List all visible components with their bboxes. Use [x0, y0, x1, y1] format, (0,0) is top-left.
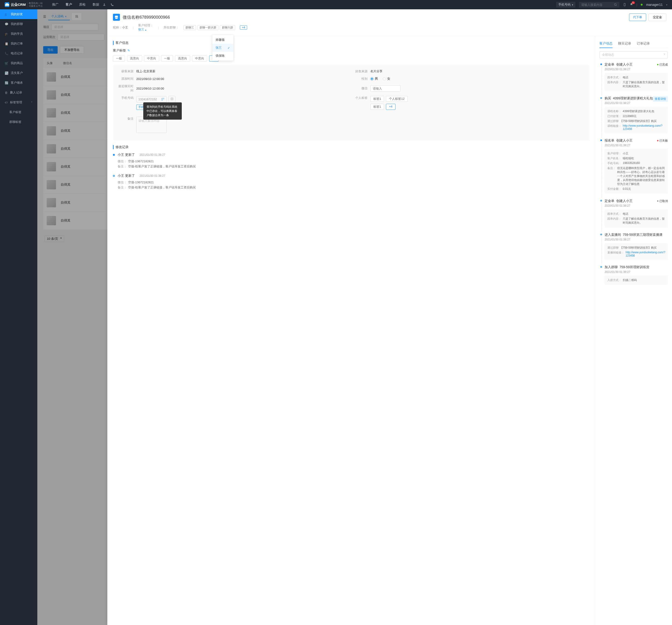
top-icons	[103, 3, 114, 6]
radio-male[interactable]: 男	[370, 77, 378, 81]
sidebar-item[interactable]: 👥我的好友	[0, 9, 37, 19]
right-pane: 客户动态聊天记录订单记录 全部动态∨ 定金单创建人小王已完成2020/01/30…	[595, 36, 672, 625]
username[interactable]: manager11	[646, 3, 663, 6]
sidebar-item[interactable]: 🛒我的商品	[0, 58, 37, 68]
manager-dropdown-menu: 师馨薇张三✓俱保咏	[212, 35, 233, 60]
sidebar-sub[interactable]: 群聊标签	[0, 117, 37, 127]
phone-tooltip: 查询到此手机号码在系统中已存在，可以将两条客户数据合并为一条	[143, 102, 182, 120]
groups-more[interactable]: +4	[240, 25, 247, 30]
drawer-title: 微信名称6789990000966	[123, 15, 170, 20]
sidebar-icon: 💬	[5, 22, 8, 26]
status-dot	[641, 4, 643, 6]
activity-filter[interactable]: 全部动态∨	[599, 51, 668, 58]
notif-count: 5	[632, 1, 635, 4]
logo: 云朵CRM 教育机构一站 式服务云平台	[5, 2, 43, 7]
sidebar-item[interactable]: 🔄客户继承	[0, 78, 37, 88]
svg-rect-4	[163, 98, 164, 99]
sidebar-icon: 🗑	[5, 91, 8, 95]
timeline-card: 加入群聊759-59班理财训练营2021/01/30 01:38:27入群方式：…	[599, 265, 668, 285]
deposit-button[interactable]: 交定金	[648, 14, 666, 21]
phone-icon[interactable]	[111, 3, 114, 6]
order-button[interactable]: 代下单	[629, 14, 646, 21]
sidebar-icon: 📋	[5, 42, 8, 46]
mobile-icon[interactable]	[623, 3, 626, 6]
sidebar-icon: 🎓	[5, 32, 8, 36]
sidebar-icon: 📞	[5, 52, 8, 55]
person-icon[interactable]	[103, 3, 106, 6]
personal-tag[interactable]: 标签1	[370, 104, 384, 110]
history-item: 小王 更新了2021/01/30 01:38:27微信：空值-136721828…	[113, 174, 590, 190]
svg-rect-5	[162, 100, 163, 101]
dropdown-item[interactable]: 师馨薇	[212, 36, 233, 44]
view-detail[interactable]: 查看详情	[653, 96, 668, 102]
customer-tag[interactable]: 中意向	[144, 55, 159, 61]
cloud-icon	[5, 2, 9, 7]
top-bar: 云朵CRM 教育机构一站 式服务云平台 推广客户质检数据 手机号码▾ 5 | m…	[0, 0, 672, 9]
phone-input[interactable]: 13241672152	[136, 96, 167, 102]
search-input[interactable]	[579, 2, 614, 8]
timeline-card: 定金单创建人小王已取消2020/01/30 01:38:27跟单方式：电话跟单内…	[599, 199, 668, 228]
sidebar-item[interactable]: 📉流失客户	[0, 68, 37, 78]
nav-客户[interactable]: 客户	[66, 3, 72, 7]
qr-icon[interactable]	[161, 98, 165, 101]
sidebar-sub[interactable]: 客户标签	[0, 107, 37, 117]
drawer: 微信名称6789990000966 代下单 交定金 昵称：小王 | 客户经理：张…	[107, 9, 672, 625]
personal-tag[interactable]: 个人标签12	[386, 96, 407, 102]
timeline-card: 进入直播间759-59班第三期理财直播课2021/01/30 01:38:27通…	[599, 233, 668, 260]
search-box[interactable]	[579, 2, 620, 8]
group-tag[interactable]: 群聊一群大群	[197, 25, 218, 30]
ptags-more[interactable]: +4	[386, 104, 395, 110]
sidebar-item[interactable]: 💬我的群聊	[0, 19, 37, 29]
bell-icon[interactable]: 5	[630, 3, 633, 7]
customer-tag[interactable]: 一般	[161, 55, 173, 61]
top-right: 手机号码▾ 5 | manager11 ▾	[556, 2, 667, 8]
history-item: 小王 更新了2021/01/30 01:38:27微信：空值-136721828…	[113, 153, 590, 169]
search-type[interactable]: 手机号码▾	[556, 2, 575, 8]
personal-tag[interactable]: 标签1	[370, 96, 384, 102]
customer-tag[interactable]: 中意向	[192, 55, 207, 61]
sidebar-item[interactable]: 🎓我的学员	[0, 29, 37, 39]
nav-推广[interactable]: 推广	[52, 3, 58, 7]
right-tab[interactable]: 客户动态	[599, 40, 613, 48]
sidebar-item[interactable]: 📞电话记录	[0, 49, 37, 58]
timeline-card: 报名单创建人小王已失败2021/01/30 01:38:27客户经理：小王客户姓…	[599, 139, 668, 194]
info-box: 获客来源线上-北京昱新 好友来源名片分享 添加时间2021/09/10 12:0…	[113, 65, 590, 141]
nav-质检[interactable]: 质检	[79, 3, 86, 7]
manager-dropdown[interactable]: 张三 ▴	[138, 27, 153, 32]
svg-point-1	[614, 3, 616, 5]
radio-female[interactable]: 女	[383, 77, 390, 81]
wechat-input[interactable]	[370, 85, 401, 92]
customer-tag[interactable]: 高意向	[175, 55, 190, 61]
search-icon[interactable]	[614, 3, 617, 6]
group-tag[interactable]: 群聊六群	[220, 25, 235, 30]
group-tag[interactable]: 群聊三	[184, 25, 196, 30]
sidebar-item[interactable]: 📋我的订单	[0, 39, 37, 49]
sidebar-icon: 📉	[5, 71, 8, 75]
top-nav: 推广客户质检数据	[52, 3, 99, 7]
dropdown-item[interactable]: 俱保咏	[212, 52, 233, 60]
svg-rect-2	[624, 3, 625, 6]
dropdown-item[interactable]: 张三✓	[212, 44, 233, 52]
store-icon	[113, 14, 120, 21]
check-icon: ✓	[227, 46, 230, 50]
right-tab[interactable]: 聊天记录	[618, 40, 631, 48]
right-tab[interactable]: 订单记录	[637, 40, 650, 48]
user-chevron-icon[interactable]: ▾	[666, 3, 667, 6]
nav-数据[interactable]: 数据	[93, 3, 99, 7]
logo-sub: 教育机构一站 式服务云平台	[27, 2, 43, 7]
phone-add-icon[interactable]	[168, 96, 175, 103]
sidebar-icon: 👥	[5, 12, 8, 16]
sidebar-icon: 🏷	[5, 101, 8, 104]
drawer-header: 微信名称6789990000966 代下单 交定金 昵称：小王 | 客户经理：张…	[107, 9, 672, 36]
sidebar-icon: 🛒	[5, 61, 8, 65]
svg-point-0	[104, 3, 105, 5]
sidebar-item[interactable]: 🏷标签管理⌃	[0, 98, 37, 107]
edit-tags-icon[interactable]: ✎	[127, 49, 130, 52]
sidebar-item[interactable]: 🗑删人记录	[0, 88, 37, 98]
section-history: 修改记录	[113, 145, 590, 149]
main: ☰ 个人活码 × 我 项目请选择 运营期次请选择 导出 不加密导出 头像微信名 …	[37, 9, 672, 625]
sidebar-icon: 🔄	[5, 81, 8, 85]
customer-tag[interactable]: 一般	[113, 55, 125, 61]
logo-text: 云朵CRM	[11, 3, 26, 7]
customer-tag[interactable]: 高意向	[127, 55, 142, 61]
